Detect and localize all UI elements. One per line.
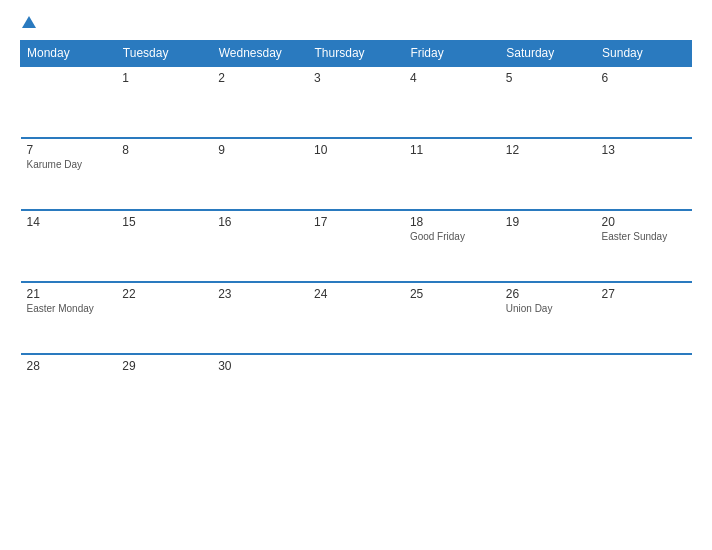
day-number: 18 — [410, 215, 494, 229]
col-header-saturday: Saturday — [500, 41, 596, 67]
holiday-label: Easter Sunday — [602, 231, 686, 242]
day-number: 3 — [314, 71, 398, 85]
day-cell: 13 — [596, 138, 692, 210]
day-number: 20 — [602, 215, 686, 229]
day-number: 29 — [122, 359, 206, 373]
col-header-thursday: Thursday — [308, 41, 404, 67]
day-cell: 6 — [596, 66, 692, 138]
day-cell: 24 — [308, 282, 404, 354]
day-number: 30 — [218, 359, 302, 373]
day-number: 16 — [218, 215, 302, 229]
day-cell — [596, 354, 692, 426]
day-cell: 4 — [404, 66, 500, 138]
day-cell: 25 — [404, 282, 500, 354]
day-cell: 29 — [116, 354, 212, 426]
col-header-sunday: Sunday — [596, 41, 692, 67]
day-cell: 5 — [500, 66, 596, 138]
day-cell: 8 — [116, 138, 212, 210]
day-cell: 9 — [212, 138, 308, 210]
logo-blue-row — [20, 16, 36, 30]
week-row-3: 21Easter Monday2223242526Union Day27 — [21, 282, 692, 354]
day-number: 28 — [27, 359, 111, 373]
calendar-page: MondayTuesdayWednesdayThursdayFridaySatu… — [0, 0, 712, 550]
day-cell: 2 — [212, 66, 308, 138]
day-number: 19 — [506, 215, 590, 229]
day-number: 10 — [314, 143, 398, 157]
col-header-friday: Friday — [404, 41, 500, 67]
day-cell: 18Good Friday — [404, 210, 500, 282]
day-number: 22 — [122, 287, 206, 301]
col-header-wednesday: Wednesday — [212, 41, 308, 67]
calendar-tbody: 1234567Karume Day89101112131415161718Goo… — [21, 66, 692, 426]
day-cell: 11 — [404, 138, 500, 210]
day-cell: 1 — [116, 66, 212, 138]
week-row-1: 7Karume Day8910111213 — [21, 138, 692, 210]
day-cell: 14 — [21, 210, 117, 282]
day-cell: 15 — [116, 210, 212, 282]
week-row-2: 1415161718Good Friday1920Easter Sunday — [21, 210, 692, 282]
day-number: 27 — [602, 287, 686, 301]
day-cell — [500, 354, 596, 426]
day-number: 11 — [410, 143, 494, 157]
day-cell — [404, 354, 500, 426]
day-number: 6 — [602, 71, 686, 85]
day-cell: 16 — [212, 210, 308, 282]
holiday-label: Karume Day — [27, 159, 111, 170]
day-number: 17 — [314, 215, 398, 229]
holiday-label: Good Friday — [410, 231, 494, 242]
col-header-monday: Monday — [21, 41, 117, 67]
day-number: 9 — [218, 143, 302, 157]
day-number: 15 — [122, 215, 206, 229]
week-row-4: 282930 — [21, 354, 692, 426]
calendar-header — [20, 16, 692, 30]
day-number: 26 — [506, 287, 590, 301]
week-row-0: 123456 — [21, 66, 692, 138]
day-cell: 22 — [116, 282, 212, 354]
day-cell: 12 — [500, 138, 596, 210]
day-number: 14 — [27, 215, 111, 229]
logo — [20, 16, 36, 30]
day-number: 21 — [27, 287, 111, 301]
day-cell: 20Easter Sunday — [596, 210, 692, 282]
day-number: 24 — [314, 287, 398, 301]
logo-triangle-icon — [22, 16, 36, 28]
day-cell: 27 — [596, 282, 692, 354]
day-cell — [308, 354, 404, 426]
holiday-label: Easter Monday — [27, 303, 111, 314]
day-number: 5 — [506, 71, 590, 85]
day-number: 4 — [410, 71, 494, 85]
day-number: 7 — [27, 143, 111, 157]
day-number: 23 — [218, 287, 302, 301]
day-cell: 21Easter Monday — [21, 282, 117, 354]
day-number: 12 — [506, 143, 590, 157]
day-number: 1 — [122, 71, 206, 85]
col-header-tuesday: Tuesday — [116, 41, 212, 67]
day-cell: 28 — [21, 354, 117, 426]
day-cell: 30 — [212, 354, 308, 426]
day-cell — [21, 66, 117, 138]
day-cell: 3 — [308, 66, 404, 138]
day-cell: 19 — [500, 210, 596, 282]
calendar-table: MondayTuesdayWednesdayThursdayFridaySatu… — [20, 40, 692, 426]
day-cell: 7Karume Day — [21, 138, 117, 210]
day-cell: 10 — [308, 138, 404, 210]
header-row: MondayTuesdayWednesdayThursdayFridaySatu… — [21, 41, 692, 67]
calendar-thead: MondayTuesdayWednesdayThursdayFridaySatu… — [21, 41, 692, 67]
day-number: 13 — [602, 143, 686, 157]
day-cell: 17 — [308, 210, 404, 282]
day-number: 25 — [410, 287, 494, 301]
day-cell: 26Union Day — [500, 282, 596, 354]
day-number: 8 — [122, 143, 206, 157]
day-cell: 23 — [212, 282, 308, 354]
holiday-label: Union Day — [506, 303, 590, 314]
day-number: 2 — [218, 71, 302, 85]
